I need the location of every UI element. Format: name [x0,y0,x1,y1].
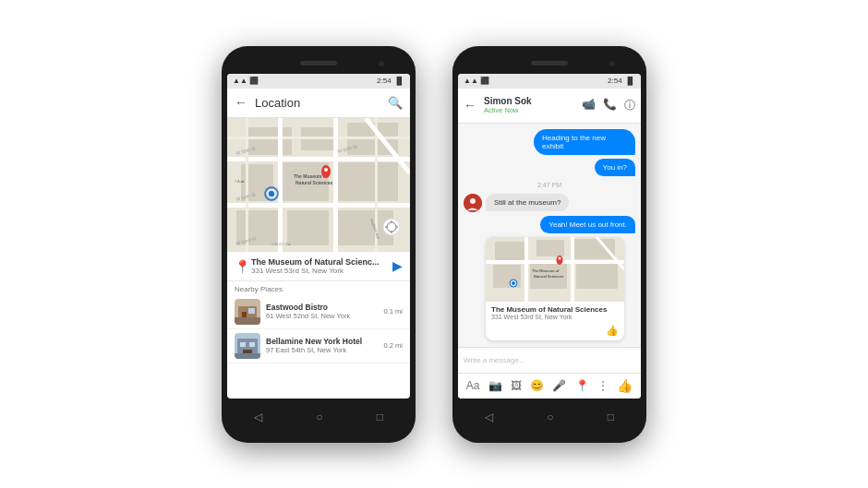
svg-rect-40 [248,308,255,314]
nearby-info-0: Eastwood Bistro 61 West 52nd St, New Yor… [266,303,379,320]
svg-point-49 [470,198,476,204]
info-icon[interactable]: ⓘ [624,98,635,113]
location-name: The Museum of Natural Scienc... [251,257,387,267]
emoji-icon[interactable]: 😊 [530,379,544,392]
more-icon[interactable]: ⋮ [597,379,609,392]
svg-rect-41 [235,317,260,325]
send-location-button[interactable]: ▶ [392,258,403,273]
map-msg-name: The Museum of Natural Sciences [491,305,619,314]
svg-point-64 [512,280,516,285]
svg-rect-44 [240,342,246,347]
nearby-dist-0: 0.1 mi [384,307,403,315]
map-area-left: W 55th St W 54th St W 53rd St W 56th St … [227,118,410,252]
location-icon[interactable]: 📍 [575,379,589,392]
battery-right: ▐▌ [625,77,635,85]
recent-nav-right[interactable]: □ [608,411,614,423]
battery-left: ▐▌ [394,77,404,85]
svg-rect-51 [495,242,527,260]
home-nav-left[interactable]: ○ [316,411,322,423]
back-nav-right[interactable]: ◁ [485,411,493,423]
nearby-item-1[interactable]: Bellamine New York Hotel 97 East 54th St… [227,329,410,363]
svg-rect-45 [249,342,255,347]
svg-text:7 Av■: 7 Av■ [235,179,245,184]
svg-rect-59 [571,237,574,302]
text-format-icon[interactable]: Aa [466,379,480,392]
home-nav-right[interactable]: ○ [547,411,553,423]
time-left: 2:54 [377,77,392,85]
back-button-right[interactable]: ← [464,98,476,113]
nearby-addr-0: 61 West 52nd St, New York [266,312,379,320]
signal-icons: ▲▲ ⬛ [233,77,259,85]
message-4: Yeah! Meet us out front. [540,216,635,233]
location-header: ← Location 🔍 [227,89,410,118]
speaker-right [531,61,568,65]
svg-point-66 [559,256,561,259]
back-nav-left[interactable]: ◁ [254,411,262,423]
signal-icons-right: ▲▲ ⬛ [464,77,489,85]
phone-right-bottom: ◁ ○ □ [458,402,641,432]
phone-left-screen: ▲▲ ⬛ 2:54 ▐▌ ← Location 🔍 [227,74,410,399]
time-right: 2:54 [608,77,622,85]
nearby-name-1: Bellamine New York Hotel [266,337,379,346]
recent-nav-left[interactable]: □ [377,411,383,423]
compose-input[interactable]: Write a message... [464,356,635,364]
nearby-dist-1: 0.2 mi [384,341,403,350]
location-address: 331 West 53rd St, New York [251,267,387,275]
map-msg-addr: 331 West 53rd St, New York [491,314,619,320]
svg-rect-47 [235,353,260,359]
messenger-toolbar: Aa 📷 🖼 😊 🎤 📍 ⋮ 👍 [458,373,641,399]
nearby-item-0[interactable]: Eastwood Bistro 61 West 52nd St, New Yor… [227,295,410,329]
speaker [300,61,337,65]
image-icon[interactable]: 🖼 [511,379,522,392]
svg-rect-8 [287,210,329,245]
phone-call-icon[interactable]: 📞 [603,98,617,113]
svg-rect-58 [524,237,528,302]
nearby-thumb-1 [235,333,260,359]
map-card-message[interactable]: The Museum of Natural Sciences The Museu… [486,237,624,340]
svg-text:5 Av/53 St■: 5 Av/53 St■ [271,242,291,246]
svg-rect-13 [278,118,283,252]
location-info: The Museum of Natural Scienc... 331 West… [251,257,387,275]
message-3: Still at the museum? [486,194,569,211]
phone-right: ▲▲ ⬛ 2:54 ▐▌ ← Simon Sok Active Now 📹 📞 … [452,46,646,443]
camera [379,61,384,66]
message-0: Heading to the new exhibit [534,129,635,155]
phone-right-top [458,57,641,70]
back-button-left[interactable]: ← [235,95,247,110]
mic-icon[interactable]: 🎤 [552,379,566,392]
search-icon-left[interactable]: 🔍 [388,96,403,110]
svg-rect-15 [246,118,248,252]
nearby-info-1: Bellamine New York Hotel 97 East 54th St… [266,337,379,354]
svg-text:Natural Sciences: Natural Sciences [295,180,333,185]
messenger-header: ← Simon Sok Active Now 📹 📞 ⓘ [458,89,641,124]
svg-rect-57 [486,260,624,264]
svg-rect-53 [573,239,615,259]
nearby-addr-1: 97 East 54th St, New York [266,346,379,354]
like-icon[interactable]: 👍 [486,325,624,340]
avatar-left [464,194,482,212]
compose-bar[interactable]: Write a message... [458,347,641,373]
map-mini: The Museum of Natural Sciences [486,237,624,302]
selected-location-card[interactable]: 📍 The Museum of Natural Scienc... 331 We… [227,252,410,281]
chat-area: Heading to the new exhibit You in? 2:47 … [458,124,641,347]
contact-status: Active Now [484,106,532,114]
svg-rect-10 [227,157,410,161]
nearby-label: Nearby Places [227,281,410,295]
location-pin-icon: 📍 [235,259,246,272]
phone-right-screen: ▲▲ ⬛ 2:54 ▐▌ ← Simon Sok Active Now 📹 📞 … [458,74,641,399]
phone-left-top [227,57,410,70]
camera-icon[interactable]: 📷 [488,379,502,392]
send-like-button[interactable]: 👍 [617,378,633,393]
svg-point-28 [268,190,275,197]
video-call-icon[interactable]: 📹 [582,98,596,113]
svg-rect-11 [227,203,410,208]
camera-right [609,61,615,66]
svg-rect-14 [333,118,338,252]
map-msg-info: The Museum of Natural Sciences 331 West … [486,302,624,325]
map-svg-left: W 55th St W 54th St W 53rd St W 56th St … [227,118,410,252]
incoming-wrap-3: Still at the museum? [464,194,635,212]
svg-point-30 [324,168,328,172]
svg-rect-6 [338,162,398,201]
header-icons: 📹 📞 ⓘ [582,98,635,113]
status-bar-right: ▲▲ ⬛ 2:54 ▐▌ [458,74,641,89]
